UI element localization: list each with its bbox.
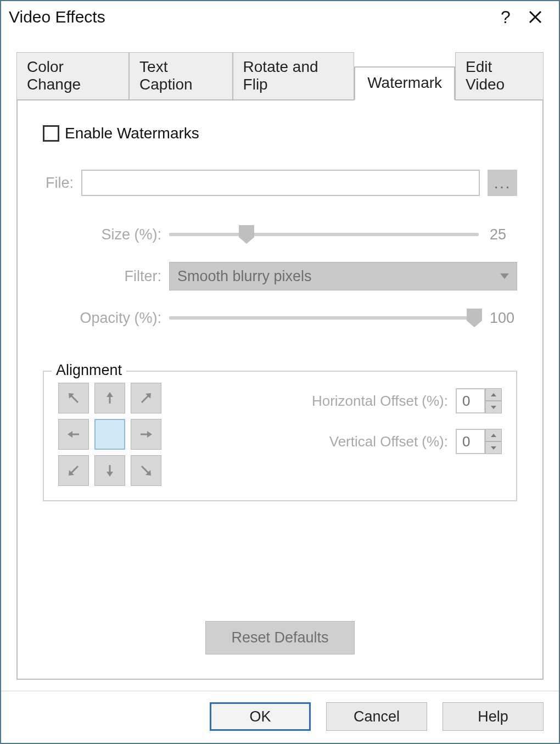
- arrow-right-icon: [138, 427, 154, 442]
- v-offset-value[interactable]: 0: [456, 429, 485, 454]
- arrow-down-right-icon: [138, 463, 154, 478]
- v-offset-row: Vertical Offset (%): 0: [194, 429, 502, 454]
- size-value: 25: [479, 226, 517, 243]
- alignment-group: Alignment: [43, 371, 517, 501]
- h-offset-up[interactable]: [485, 388, 502, 401]
- tab-edit-video[interactable]: Edit Video: [455, 52, 544, 100]
- enable-watermark-label: Enable Watermarks: [65, 125, 199, 142]
- arrow-up-right-icon: [138, 390, 154, 406]
- ok-button[interactable]: OK: [210, 702, 311, 731]
- opacity-slider[interactable]: [169, 307, 479, 329]
- tab-rotate-flip[interactable]: Rotate and Flip: [233, 52, 355, 100]
- h-offset-value[interactable]: 0: [456, 388, 485, 413]
- reset-defaults-button[interactable]: Reset Defaults: [205, 621, 354, 655]
- file-label: File:: [43, 175, 81, 192]
- reset-area: Reset Defaults: [43, 501, 517, 655]
- dialog-title: Video Effects: [9, 8, 491, 26]
- dialog-window: Video Effects ? Color Change Text Captio…: [0, 0, 560, 744]
- filter-label: Filter:: [43, 268, 169, 285]
- tab-strip: Color Change Text Caption Rotate and Fli…: [16, 52, 544, 99]
- align-top-right[interactable]: [131, 383, 161, 413]
- file-row: File: ...: [43, 170, 517, 196]
- align-top-left[interactable]: [58, 383, 89, 413]
- alignment-legend: Alignment: [52, 362, 126, 379]
- arrow-left-icon: [66, 427, 81, 442]
- h-offset-spinner[interactable]: 0: [456, 388, 502, 413]
- arrow-up-icon: [102, 390, 117, 406]
- align-middle-left[interactable]: [58, 419, 89, 450]
- tab-watermark[interactable]: Watermark: [354, 66, 455, 100]
- ellipsis-icon: ...: [494, 174, 511, 192]
- enable-watermark-checkbox[interactable]: Enable Watermarks: [43, 125, 517, 142]
- alignment-grid: [58, 383, 161, 486]
- opacity-value: 100: [479, 310, 517, 327]
- v-offset-label: Vertical Offset (%):: [194, 433, 456, 450]
- dialog-body: Color Change Text Caption Rotate and Fli…: [1, 37, 559, 691]
- browse-button[interactable]: ...: [488, 170, 517, 196]
- tab-text-caption[interactable]: Text Caption: [129, 52, 233, 100]
- h-offset-label: Horizontal Offset (%):: [194, 393, 456, 410]
- checkbox-box-icon: [43, 125, 59, 142]
- h-offset-row: Horizontal Offset (%): 0: [194, 388, 502, 413]
- file-input[interactable]: [81, 170, 480, 196]
- align-top-center[interactable]: [94, 383, 125, 413]
- h-offset-down[interactable]: [485, 401, 502, 413]
- filter-row: Filter: Smooth blurry pixels: [43, 262, 517, 290]
- chevron-down-icon: [500, 273, 509, 279]
- close-icon[interactable]: [520, 4, 550, 30]
- v-offset-down[interactable]: [485, 441, 502, 454]
- align-center[interactable]: [94, 419, 125, 450]
- offset-column: Horizontal Offset (%): 0 Vertical Offset…: [161, 383, 502, 454]
- size-row: Size (%): 25: [43, 223, 517, 245]
- tab-panel-watermark: Enable Watermarks File: ... Size (%): 25…: [16, 99, 544, 680]
- tab-color-change[interactable]: Color Change: [16, 52, 129, 100]
- align-bottom-left[interactable]: [58, 455, 89, 486]
- help-icon[interactable]: ?: [491, 4, 520, 30]
- opacity-row: Opacity (%): 100: [43, 307, 517, 329]
- cancel-button[interactable]: Cancel: [326, 702, 427, 731]
- v-offset-spinner[interactable]: 0: [456, 429, 502, 454]
- filter-value: Smooth blurry pixels: [177, 268, 312, 285]
- arrow-up-left-icon: [66, 390, 81, 406]
- titlebar: Video Effects ?: [1, 1, 559, 37]
- opacity-label: Opacity (%):: [43, 310, 169, 327]
- arrow-down-left-icon: [66, 463, 81, 478]
- align-bottom-center[interactable]: [94, 455, 125, 486]
- v-offset-up[interactable]: [485, 429, 502, 441]
- filter-select[interactable]: Smooth blurry pixels: [169, 262, 517, 290]
- dialog-footer: OK Cancel Help: [1, 691, 559, 743]
- help-button[interactable]: Help: [443, 702, 544, 731]
- align-bottom-right[interactable]: [131, 455, 161, 486]
- size-label: Size (%):: [43, 226, 169, 243]
- align-middle-right[interactable]: [131, 419, 161, 450]
- arrow-down-icon: [102, 463, 117, 478]
- size-slider[interactable]: [169, 223, 479, 245]
